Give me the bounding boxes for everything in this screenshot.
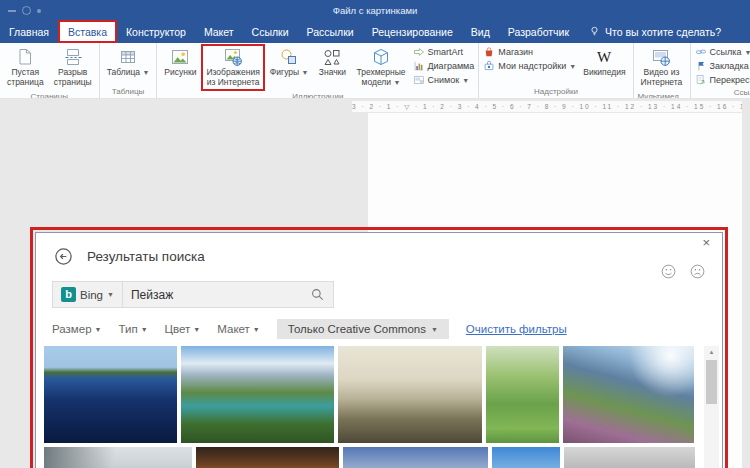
ribbon-group-Мультимед...: Видео из ИнтернетаМультимед... <box>634 43 691 98</box>
wikipedia-icon: W <box>594 47 614 67</box>
tab-references[interactable]: Ссылки <box>243 20 298 43</box>
image-result-misty-lake-forest[interactable] <box>44 447 192 468</box>
tab-review[interactable]: Рецензирование <box>363 20 462 43</box>
clear-filters-link[interactable]: Очистить фильтры <box>466 323 567 335</box>
ribbon-button-pictures[interactable]: Рисунки <box>159 44 201 81</box>
ribbon: Пустая страницаРазрыв страницыСтраницыТа… <box>0 43 750 99</box>
creative-commons-filter-button[interactable]: Только Creative Commons ▼ <box>277 319 449 339</box>
search-provider-dropdown[interactable]: b Bing ▼ <box>53 282 123 307</box>
ribbon-button-wikipedia[interactable]: WВикипедия <box>578 44 630 81</box>
ribbon-button-chart[interactable]: Диаграмма <box>411 59 477 73</box>
image-result-gray-misty-shore[interactable] <box>564 447 695 468</box>
filter-dropdown-Макет[interactable]: Макет ▼ <box>217 323 259 335</box>
ribbon-button-label: Рисунки <box>164 68 196 78</box>
ribbon-button-online-video[interactable]: Видео из Интернета <box>636 44 688 91</box>
ribbon-button-models-3d[interactable]: Трехмерные модели ▼ <box>351 44 410 91</box>
ribbon-group-label: Иллюстрации <box>159 91 476 98</box>
close-icon[interactable]: × <box>698 235 714 251</box>
tab-view[interactable]: Вид <box>462 20 499 43</box>
ribbon-button-label: Википедия <box>583 68 625 78</box>
image-result-classic-landscape-painting[interactable] <box>338 346 482 443</box>
ribbon-button-store[interactable]: Магазин <box>481 45 578 59</box>
tab-home[interactable]: Главная <box>0 20 58 43</box>
filter-dropdown-Размер[interactable]: Размер ▼ <box>52 323 101 335</box>
page-break-icon <box>63 47 83 67</box>
ribbon-button-bookmark[interactable]: Закладка <box>693 59 750 73</box>
search-input[interactable] <box>123 288 310 302</box>
image-result-alpine-wildflowers-sun[interactable] <box>563 346 694 443</box>
chevron-down-icon: ▼ <box>107 291 114 298</box>
tell-me-box[interactable]: Что вы хотите сделать? <box>578 20 731 43</box>
ribbon-group-Таблицы: Таблица ▼Таблицы <box>100 43 158 98</box>
ribbon-button-label: Мои надстройки <box>498 61 566 71</box>
smartart-icon <box>413 46 425 58</box>
pictures-icon <box>170 47 190 67</box>
chevron-down-icon: ▼ <box>431 326 438 333</box>
ribbon-group-label: Таблицы <box>102 86 155 98</box>
tab-design[interactable]: Конструктор <box>117 20 195 43</box>
tab-developer[interactable]: Разработчик <box>499 20 578 43</box>
ribbon-button-screenshot[interactable]: Снимок▼ <box>411 73 477 87</box>
ribbon-group-Страницы: Пустая страницаРазрыв страницыСтраницы <box>0 43 100 98</box>
ribbon-button-label: Закладка <box>710 61 749 71</box>
tab-layout[interactable]: Макет <box>195 20 243 43</box>
ribbon-tabs: ГлавнаяВставкаКонструкторМакетСсылкиРасс… <box>0 20 750 43</box>
ribbon-button-label: Перекрестная ссылка <box>710 75 750 85</box>
image-result-storm-sunset-clouds[interactable] <box>196 447 339 468</box>
chart-icon <box>413 60 425 72</box>
ribbon-group-label: Надстройки <box>481 86 630 98</box>
ribbon-button-table[interactable]: Таблица ▼ <box>102 44 155 81</box>
table-icon <box>118 47 138 67</box>
ribbon-button-label: Фигуры ▼ <box>270 68 309 78</box>
scrollbar-thumb[interactable] <box>706 360 717 404</box>
online-pictures-dialog: × Результаты поиска b Bing ▼ <box>35 232 723 468</box>
filter-dropdown-Тип[interactable]: Тип ▼ <box>118 323 147 335</box>
smiley-sad-icon[interactable] <box>689 263 706 280</box>
ribbon-group-Иллюстрации: РисункиИзображения из ИнтернетаФигуры ▼З… <box>157 43 479 98</box>
ribbon-button-label: Снимок <box>428 75 460 85</box>
ribbon-group-label: Мультимед... <box>636 91 688 98</box>
ribbon-button-crossref[interactable]: Перекрестная ссылка <box>693 73 750 87</box>
search-icon[interactable] <box>310 287 325 302</box>
image-result-green-meadow-birch[interactable] <box>486 346 559 443</box>
smiley-happy-icon[interactable] <box>660 263 677 280</box>
tab-mailings[interactable]: Рассылки <box>298 20 363 43</box>
image-result-fantasy-mountain-valley[interactable] <box>181 346 334 443</box>
tab-insert[interactable]: Вставка <box>58 20 117 43</box>
crossref-icon <box>695 74 707 86</box>
chevron-down-icon: ▼ <box>253 326 260 333</box>
ribbon-button-link[interactable]: Ссылка▼ <box>693 45 750 59</box>
back-arrow-icon[interactable] <box>54 247 73 266</box>
addins-icon <box>483 60 495 72</box>
ribbon-button-label: Ссылка <box>710 47 742 57</box>
ribbon-button-smartart[interactable]: SmartArt <box>411 45 477 59</box>
document-canvas: × Результаты поиска b Bing ▼ <box>0 113 750 468</box>
scroll-up-icon[interactable]: ▲ <box>704 346 719 359</box>
ribbon-button-label: Магазин <box>498 47 533 57</box>
provider-name: Bing <box>80 289 103 301</box>
ribbon-button-label: Таблица ▼ <box>107 68 150 78</box>
image-result-blue-lake-reflection[interactable] <box>44 346 177 443</box>
ribbon-button-online-pictures[interactable]: Изображения из Интернета <box>201 44 264 91</box>
filter-dropdown-Цвет[interactable]: Цвет ▼ <box>165 323 201 335</box>
filter-bar: Размер ▼Тип ▼Цвет ▼Макет ▼Только Creativ… <box>52 319 567 339</box>
image-result-mountain-lake-pines[interactable] <box>343 447 488 468</box>
ribbon-button-label: Диаграмма <box>428 61 475 71</box>
store-icon <box>483 46 495 58</box>
svg-text:W: W <box>597 49 612 65</box>
shapes-icon <box>279 47 299 67</box>
ribbon-button-page-break[interactable]: Разрыв страницы <box>49 44 97 91</box>
lightbulb-icon <box>588 25 601 38</box>
ribbon-button-label: Трехмерные модели ▼ <box>356 68 405 88</box>
image-result-country-house-lawn[interactable] <box>492 447 560 468</box>
ribbon-button-label: Пустая страница <box>7 68 44 88</box>
chevron-down-icon: ▼ <box>193 326 200 333</box>
ribbon-button-shapes[interactable]: Фигуры ▼ <box>265 44 314 81</box>
annotation-box-dialog: × Результаты поиска b Bing ▼ <box>30 227 728 468</box>
ribbon-button-addins[interactable]: Мои надстройки▼ <box>481 59 578 73</box>
ribbon-button-icons[interactable]: Значки <box>313 44 351 81</box>
image-results-grid <box>44 346 695 468</box>
ribbon-button-label: Изображения из Интернета <box>206 68 259 88</box>
ribbon-button-blank-page[interactable]: Пустая страница <box>2 44 49 91</box>
results-scrollbar[interactable]: ▲ ▼ <box>704 346 719 468</box>
